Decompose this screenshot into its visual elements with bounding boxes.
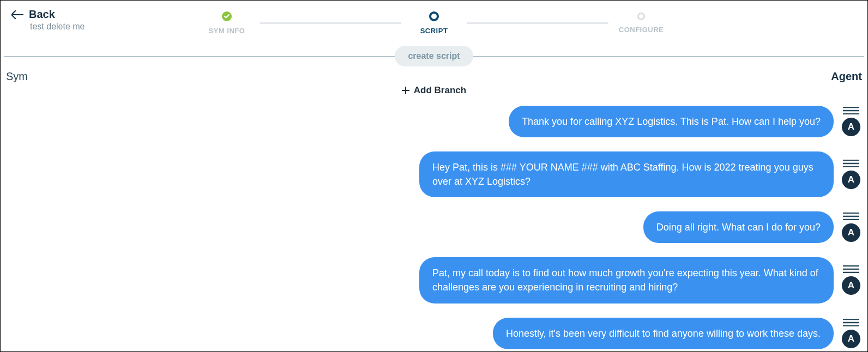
agent-avatar[interactable]: A	[842, 171, 860, 189]
drag-handle-icon[interactable]	[843, 213, 859, 220]
drag-handle-icon[interactable]	[843, 265, 859, 273]
back-button[interactable]: Back	[11, 8, 120, 21]
message-bubble[interactable]: Hey Pat, this is ### YOUR NAME ### with …	[419, 151, 834, 197]
drag-handle-icon[interactable]	[843, 107, 859, 114]
back-label: Back	[29, 8, 55, 21]
step-label: SYM INFO	[209, 27, 245, 35]
step-circle-icon	[637, 13, 645, 20]
add-branch-label: Add Branch	[414, 85, 466, 96]
drag-handle-icon[interactable]	[843, 160, 859, 167]
arrow-left-icon	[11, 10, 23, 19]
message-controls: A	[841, 107, 861, 136]
message-controls: A	[841, 265, 861, 295]
step-circle-icon	[429, 11, 439, 21]
message-controls: A	[841, 319, 861, 348]
message-row: Thank you for calling XYZ Logistics. Thi…	[7, 106, 861, 137]
drag-handle-icon[interactable]	[843, 319, 859, 326]
agent-avatar[interactable]: A	[842, 330, 860, 348]
step-label: CONFIGURE	[619, 26, 664, 34]
message-row: Doing all right. What can I do for you? …	[7, 211, 861, 243]
progress-stepper: SYM INFO SCRIPT CONFIGURE	[120, 8, 748, 35]
step-script[interactable]: SCRIPT	[401, 11, 467, 35]
header-bar: Back test delete me SYM INFO SCRIPT CONF…	[1, 1, 867, 40]
step-connector	[260, 22, 401, 24]
section-divider: create script	[1, 45, 867, 67]
message-controls: A	[841, 213, 861, 242]
create-script-pill[interactable]: create script	[395, 46, 473, 66]
agent-avatar[interactable]: A	[842, 223, 860, 242]
sym-column-label: Sym	[6, 70, 28, 83]
agent-avatar[interactable]: A	[842, 276, 860, 295]
message-bubble[interactable]: Pat, my call today is to find out how mu…	[419, 257, 834, 303]
page-subtitle: test delete me	[30, 22, 120, 32]
message-bubble[interactable]: Thank you for calling XYZ Logistics. Thi…	[509, 106, 834, 137]
back-group: Back test delete me	[11, 8, 120, 32]
step-configure[interactable]: CONFIGURE	[608, 13, 674, 34]
messages-list: Thank you for calling XYZ Logistics. Thi…	[1, 100, 867, 349]
check-circle-icon	[222, 11, 232, 21]
plus-icon	[402, 87, 409, 94]
message-bubble[interactable]: Honestly, it's been very difficult to fi…	[493, 318, 834, 349]
step-label: SCRIPT	[420, 27, 448, 35]
message-bubble[interactable]: Doing all right. What can I do for you?	[643, 211, 834, 243]
add-branch-button[interactable]: Add Branch	[402, 85, 466, 96]
message-row: Pat, my call today is to find out how mu…	[7, 257, 861, 303]
step-connector	[467, 22, 608, 24]
column-labels: Sym Agent	[1, 67, 867, 83]
agent-column-label: Agent	[831, 70, 862, 83]
message-row: Honestly, it's been very difficult to fi…	[7, 318, 861, 349]
agent-avatar[interactable]: A	[842, 118, 860, 136]
message-row: Hey Pat, this is ### YOUR NAME ### with …	[7, 151, 861, 197]
message-controls: A	[841, 160, 861, 189]
step-sym-info[interactable]: SYM INFO	[194, 11, 260, 35]
add-branch-row: Add Branch	[1, 83, 867, 100]
